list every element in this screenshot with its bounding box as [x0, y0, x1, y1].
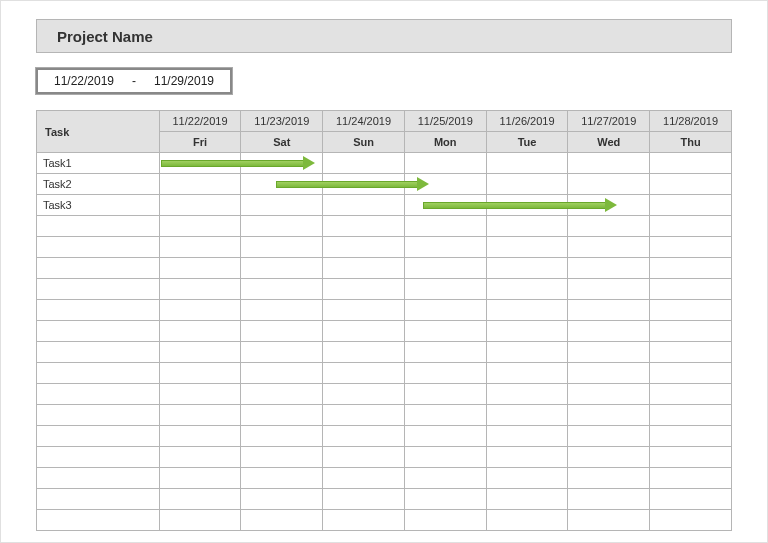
gantt-cell[interactable] [650, 258, 732, 279]
gantt-cell[interactable] [486, 384, 568, 405]
task-label-cell[interactable] [37, 426, 160, 447]
gantt-cell[interactable] [486, 279, 568, 300]
gantt-cell[interactable] [486, 153, 568, 174]
gantt-cell[interactable] [404, 216, 486, 237]
task-label-cell[interactable] [37, 405, 160, 426]
gantt-cell[interactable] [568, 153, 650, 174]
gantt-cell[interactable] [159, 342, 241, 363]
gantt-cell[interactable] [159, 300, 241, 321]
gantt-cell[interactable] [241, 468, 323, 489]
gantt-cell[interactable] [241, 447, 323, 468]
gantt-cell[interactable] [486, 489, 568, 510]
gantt-cell[interactable] [486, 300, 568, 321]
gantt-cell[interactable] [159, 405, 241, 426]
gantt-cell[interactable] [650, 153, 732, 174]
gantt-cell[interactable] [404, 405, 486, 426]
gantt-cell[interactable] [404, 426, 486, 447]
gantt-cell[interactable] [568, 489, 650, 510]
gantt-cell[interactable] [159, 258, 241, 279]
task-label-cell[interactable] [37, 279, 160, 300]
gantt-cell[interactable] [159, 195, 241, 216]
gantt-cell[interactable] [323, 426, 405, 447]
gantt-cell[interactable] [323, 279, 405, 300]
gantt-cell[interactable] [159, 489, 241, 510]
gantt-cell[interactable] [241, 363, 323, 384]
gantt-cell[interactable] [159, 237, 241, 258]
gantt-cell[interactable] [159, 363, 241, 384]
gantt-cell[interactable] [568, 279, 650, 300]
gantt-cell[interactable] [486, 468, 568, 489]
task-label-cell[interactable] [37, 468, 160, 489]
gantt-cell[interactable] [650, 384, 732, 405]
gantt-cell[interactable] [404, 510, 486, 531]
task-label-cell[interactable]: Task1 [37, 153, 160, 174]
gantt-cell[interactable] [650, 216, 732, 237]
gantt-cell[interactable] [159, 447, 241, 468]
gantt-cell[interactable] [241, 237, 323, 258]
gantt-cell[interactable] [650, 237, 732, 258]
task-label-cell[interactable] [37, 510, 160, 531]
gantt-cell[interactable] [159, 426, 241, 447]
gantt-cell[interactable] [241, 384, 323, 405]
task-label-cell[interactable] [37, 258, 160, 279]
gantt-bar[interactable] [276, 179, 430, 190]
task-label-cell[interactable] [37, 447, 160, 468]
gantt-cell[interactable] [486, 258, 568, 279]
gantt-cell[interactable] [650, 342, 732, 363]
gantt-cell[interactable] [650, 300, 732, 321]
gantt-cell[interactable] [486, 426, 568, 447]
gantt-cell[interactable] [323, 216, 405, 237]
gantt-cell[interactable] [404, 258, 486, 279]
gantt-cell[interactable] [568, 237, 650, 258]
gantt-cell[interactable] [323, 468, 405, 489]
gantt-cell[interactable] [241, 321, 323, 342]
gantt-cell[interactable] [323, 195, 405, 216]
gantt-cell[interactable] [650, 447, 732, 468]
gantt-cell[interactable] [568, 258, 650, 279]
gantt-cell[interactable] [404, 237, 486, 258]
gantt-cell[interactable] [650, 321, 732, 342]
gantt-cell[interactable] [486, 447, 568, 468]
gantt-cell[interactable] [241, 342, 323, 363]
gantt-cell[interactable] [323, 510, 405, 531]
gantt-cell[interactable] [323, 489, 405, 510]
gantt-cell[interactable] [650, 195, 732, 216]
gantt-cell[interactable] [241, 426, 323, 447]
task-label-cell[interactable] [37, 237, 160, 258]
gantt-cell[interactable] [568, 342, 650, 363]
task-label-cell[interactable]: Task3 [37, 195, 160, 216]
gantt-cell[interactable] [650, 174, 732, 195]
gantt-cell[interactable] [486, 342, 568, 363]
task-label-cell[interactable] [37, 384, 160, 405]
task-label-cell[interactable] [37, 321, 160, 342]
gantt-cell[interactable] [404, 153, 486, 174]
gantt-cell[interactable] [241, 300, 323, 321]
date-range-selector[interactable]: 11/22/2019 - 11/29/2019 [36, 68, 232, 94]
gantt-cell[interactable] [650, 279, 732, 300]
gantt-cell[interactable] [323, 153, 405, 174]
gantt-cell[interactable] [486, 216, 568, 237]
gantt-cell[interactable] [486, 510, 568, 531]
gantt-cell[interactable] [159, 384, 241, 405]
gantt-cell[interactable] [404, 279, 486, 300]
gantt-cell[interactable] [650, 510, 732, 531]
gantt-cell[interactable] [650, 489, 732, 510]
gantt-cell[interactable] [568, 384, 650, 405]
gantt-cell[interactable] [241, 195, 323, 216]
gantt-cell[interactable] [568, 363, 650, 384]
gantt-cell[interactable] [486, 405, 568, 426]
gantt-cell[interactable] [568, 216, 650, 237]
gantt-cell[interactable] [650, 405, 732, 426]
gantt-cell[interactable] [650, 468, 732, 489]
gantt-cell[interactable] [323, 237, 405, 258]
gantt-cell[interactable] [241, 279, 323, 300]
gantt-cell[interactable] [159, 279, 241, 300]
gantt-cell[interactable] [404, 363, 486, 384]
gantt-cell[interactable] [568, 405, 650, 426]
gantt-cell[interactable] [323, 342, 405, 363]
gantt-cell[interactable] [404, 321, 486, 342]
gantt-cell[interactable] [323, 363, 405, 384]
gantt-cell[interactable] [486, 363, 568, 384]
task-label-cell[interactable] [37, 489, 160, 510]
gantt-cell[interactable] [404, 384, 486, 405]
